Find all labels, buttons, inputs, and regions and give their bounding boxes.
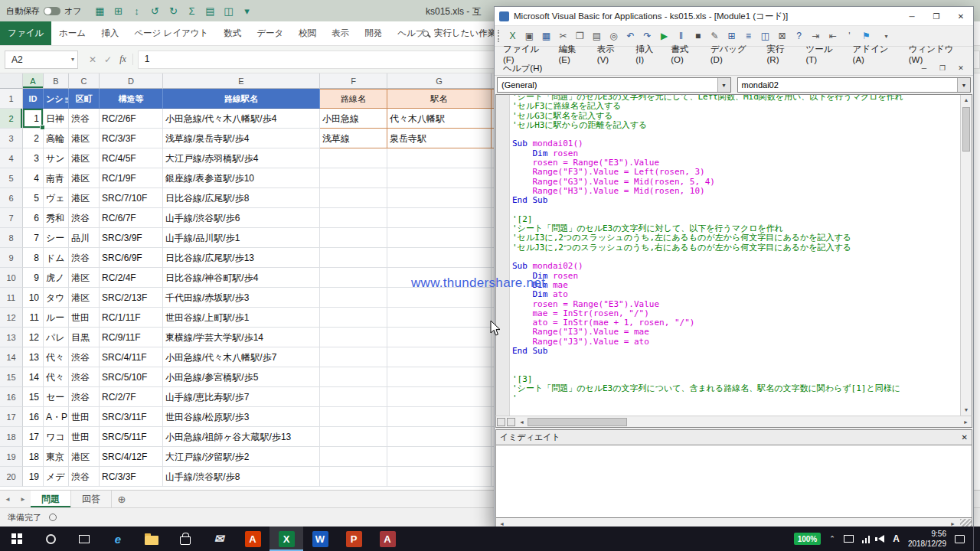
bookmark-icon[interactable]: ⚑: [858, 28, 874, 44]
ribbon-tab-1[interactable]: ホーム: [51, 21, 93, 45]
cell-E10[interactable]: 日比谷線/神谷町駅/歩4: [163, 268, 320, 288]
insert-userform-icon[interactable]: ▣: [521, 28, 537, 44]
col-header-G[interactable]: G: [387, 73, 492, 89]
vba-menu-9[interactable]: ウィンドウ(W): [903, 44, 970, 64]
immediate-window[interactable]: [495, 445, 972, 518]
display-icon[interactable]: [844, 535, 854, 543]
vba-menu-7[interactable]: ツール(T): [800, 44, 847, 64]
cell-E6[interactable]: 日比谷線/広尾駅/歩8: [163, 188, 320, 208]
cell-C19[interactable]: 港区: [69, 447, 100, 467]
cell-C4[interactable]: 港区: [69, 148, 100, 168]
volume-icon[interactable]: [878, 535, 884, 543]
cell-C20[interactable]: 渋谷: [69, 467, 100, 487]
cell-B10[interactable]: 虎ノ: [44, 268, 69, 288]
cell-D3[interactable]: RC/3/3F: [100, 129, 163, 148]
ribbon-tab-4[interactable]: 数式: [216, 21, 249, 45]
view-excel-icon[interactable]: X: [505, 28, 521, 44]
reset-icon[interactable]: ■: [690, 28, 706, 44]
row-header-14[interactable]: 14: [0, 347, 23, 367]
cell-D5[interactable]: RC/1/9F: [100, 168, 163, 188]
cell-C11[interactable]: 港区: [69, 288, 100, 308]
cell-G4[interactable]: [387, 148, 492, 168]
taskbar-clock[interactable]: 9:56 2018/12/29: [908, 529, 946, 549]
help-icon[interactable]: ?: [791, 28, 807, 44]
code-pane[interactable]: 'シート「問題」のセルE3の文字列を元にして、Left関数、Mid関数を用い、以…: [495, 94, 972, 416]
macro-record-icon[interactable]: [49, 514, 57, 521]
cell-A18[interactable]: 17: [23, 427, 44, 447]
cell-C15[interactable]: 渋谷: [69, 367, 100, 387]
cell-E3[interactable]: 浅草線/泉岳寺駅/歩4: [163, 129, 320, 148]
tray-expand-icon[interactable]: ⌃: [829, 535, 835, 543]
cell-G9[interactable]: [387, 248, 492, 268]
cell-D14[interactable]: SRC/4/11F: [100, 347, 163, 367]
module-close-button[interactable]: ✕: [952, 64, 970, 72]
scroll-down-icon[interactable]: ▼: [961, 405, 972, 416]
vba-menu-8[interactable]: アドイン(A): [848, 44, 903, 64]
cell-F5[interactable]: [320, 168, 387, 188]
cell-C16[interactable]: 渋谷: [69, 387, 100, 407]
procedure-dropdown[interactable]: mondai02 ▼: [737, 77, 972, 93]
scrollbar-thumb[interactable]: [528, 418, 627, 426]
col-header-C[interactable]: C: [69, 73, 100, 89]
cell-A17[interactable]: 16: [23, 407, 44, 427]
row-header-19[interactable]: 19: [0, 447, 23, 467]
ribbon-tab-7[interactable]: 表示: [324, 21, 357, 45]
header-cell-B1[interactable]: ンション: [44, 89, 69, 109]
scroll-right-icon[interactable]: ►: [947, 521, 959, 527]
design-mode-icon[interactable]: ✎: [707, 28, 723, 44]
cell-D6[interactable]: SRC/7/10F: [100, 188, 163, 208]
excel-icon[interactable]: X: [270, 527, 303, 551]
cell-G16[interactable]: [387, 387, 492, 407]
cell-A13[interactable]: 12: [23, 328, 44, 347]
cell-D17[interactable]: SRC/3/11F: [100, 407, 163, 427]
cell-A8[interactable]: 7: [23, 228, 44, 248]
sheet-nav-right-icon[interactable]: ►: [15, 491, 31, 507]
row-header-12[interactable]: 12: [0, 308, 23, 328]
cell-E4[interactable]: 大江戸線/赤羽橋駅/歩4: [163, 148, 320, 168]
cell-D4[interactable]: RC/4/5F: [100, 148, 163, 168]
tell-me-search[interactable]: 実行したい作業を: [423, 28, 505, 39]
cell-B17[interactable]: A・P: [44, 407, 69, 427]
row-header-17[interactable]: 17: [0, 407, 23, 427]
row-header-4[interactable]: 4: [0, 148, 23, 168]
row-header-7[interactable]: 7: [0, 208, 23, 228]
cell-A4[interactable]: 3: [23, 148, 44, 168]
cell-B11[interactable]: タウ: [44, 288, 69, 308]
cell-F3[interactable]: 浅草線: [320, 129, 387, 148]
cell-F9[interactable]: [320, 248, 387, 268]
cell-D16[interactable]: RC/2/7F: [100, 387, 163, 407]
scroll-right-icon[interactable]: ►: [960, 419, 972, 425]
cell-F15[interactable]: [320, 367, 387, 387]
code-horizontal-scrollbar[interactable]: ◄ ►: [495, 416, 972, 428]
cell-C5[interactable]: 港区: [69, 168, 100, 188]
sort-icon[interactable]: ↕: [129, 3, 145, 18]
cell-B13[interactable]: パレ: [44, 328, 69, 347]
cell-B9[interactable]: ドム: [44, 248, 69, 268]
cell-D8[interactable]: SRC/3/9F: [100, 228, 163, 248]
scrollbar-thumb[interactable]: [962, 107, 970, 152]
break-icon[interactable]: ‖: [673, 28, 689, 44]
row-header-5[interactable]: 5: [0, 168, 23, 188]
cell-B2[interactable]: 日神: [44, 109, 69, 129]
cell-C2[interactable]: 渋谷: [69, 109, 100, 129]
cell-F19[interactable]: [320, 447, 387, 467]
ribbon-tab-6[interactable]: 校閲: [291, 21, 324, 45]
autosave-toggle[interactable]: 自動保存 オフ: [6, 5, 82, 17]
cell-F12[interactable]: [320, 308, 387, 328]
undo-icon[interactable]: ↺: [148, 3, 163, 18]
header-cell-C1[interactable]: 区町: [69, 89, 100, 109]
paste-icon[interactable]: ▤: [589, 28, 605, 44]
cell-B12[interactable]: ルー: [44, 308, 69, 328]
cell-G15[interactable]: [387, 367, 492, 387]
cell-A20[interactable]: 19: [23, 467, 44, 487]
action-center-icon[interactable]: [955, 535, 965, 543]
row-header-18[interactable]: 18: [0, 427, 23, 447]
cell-C14[interactable]: 渋谷: [69, 347, 100, 367]
split-handle[interactable]: [497, 418, 505, 426]
cell-E11[interactable]: 千代田線/赤坂駅/歩3: [163, 288, 320, 308]
row-header-13[interactable]: 13: [0, 328, 23, 347]
header-cell-G1[interactable]: 駅名: [387, 89, 492, 109]
cell-B7[interactable]: 秀和: [44, 208, 69, 228]
chevron-down-icon[interactable]: ▼: [717, 78, 730, 92]
cell-B16[interactable]: セー: [44, 387, 69, 407]
